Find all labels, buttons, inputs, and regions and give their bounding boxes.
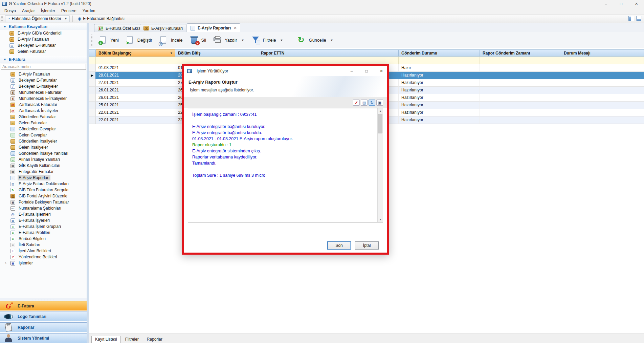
scroll-up-icon[interactable]: ▲ bbox=[378, 108, 383, 113]
filter-cell[interactable] bbox=[480, 57, 561, 64]
tab-earsiv-faturalari[interactable]: ✉ E-Arşiv Faturaları bbox=[140, 24, 186, 32]
clear-messages-icon[interactable]: ✗ bbox=[353, 100, 360, 106]
nav-panel-logo-tanimlari[interactable]: Logo Tanımları bbox=[0, 312, 87, 321]
tree-item[interactable]: Zarflanacak İrsaliyeler bbox=[0, 108, 87, 114]
tree-item[interactable]: Gelen Faturalar bbox=[0, 120, 87, 126]
tree-item[interactable]: Gelen İrsaliyeler bbox=[0, 144, 87, 150]
tree-item[interactable]: Entegratör Firmalar bbox=[0, 169, 87, 175]
tree-item[interactable]: Alınan İrsaliye Yanıtları bbox=[0, 156, 87, 163]
dialog-maximize-button[interactable]: □ bbox=[363, 69, 370, 73]
tree-item[interactable]: E-Fatura İşyerleri bbox=[0, 217, 87, 223]
tree-item[interactable]: Mühürlenecek E-İrsaliyeler bbox=[0, 95, 87, 102]
tree-item[interactable]: Bekleyen E-İrsaliyeler bbox=[0, 83, 87, 89]
tree-item[interactable]: E-Arşiv Raporları bbox=[0, 175, 87, 181]
dialog-titlebar[interactable]: İşlem Yürütülüyor – □ ✕ bbox=[184, 66, 387, 76]
tree-item[interactable]: İleti Satırları bbox=[0, 242, 87, 248]
tab-earsiv-raporlari[interactable]: ↓ E-Arşiv Raporları ✕ bbox=[187, 23, 240, 32]
column-header[interactable]: Bölüm Başlangıç▼ bbox=[96, 49, 175, 57]
filter-cell[interactable] bbox=[96, 57, 175, 64]
bottom-tab-kayit-listesi[interactable]: Kayıt Listesi bbox=[91, 336, 121, 343]
chevron-down-icon[interactable]: ▼ bbox=[330, 39, 333, 42]
bottom-tab-raporlar[interactable]: Raporlar bbox=[143, 336, 166, 343]
menu-i̇şlemler[interactable]: İşlemler bbox=[38, 8, 58, 14]
filter-cell[interactable] bbox=[561, 57, 644, 64]
tree-item[interactable]: Sürücü Bilgileri bbox=[0, 236, 87, 242]
nav-panel-efatura[interactable]: G E-Fatura bbox=[0, 301, 87, 311]
copy-messages-icon[interactable]: ▣ bbox=[376, 100, 383, 106]
bottom-tab-filtreler[interactable]: Filtreler bbox=[121, 336, 142, 343]
autoscroll-icon[interactable]: ↻ bbox=[369, 100, 375, 106]
dialog-close-button[interactable]: ✕ bbox=[378, 69, 384, 73]
shortcut-item[interactable]: Gelen Faturalar bbox=[0, 48, 87, 55]
window-layout-icon[interactable] bbox=[636, 16, 642, 21]
tree-item[interactable]: Zarflanacak Faturalar bbox=[0, 102, 87, 108]
shortcut-item[interactable]: E-Arşiv Faturaları bbox=[0, 36, 87, 42]
tree-item[interactable]: Gelen Cevaplar bbox=[0, 132, 87, 138]
print-button[interactable]: Yazdır ▼ bbox=[210, 35, 248, 46]
cancel-button[interactable]: İptal bbox=[355, 241, 379, 250]
menu-dosya[interactable]: Dosya bbox=[1, 8, 19, 14]
tree-item[interactable]: Gönderilen İrsaliyeler bbox=[0, 138, 87, 144]
tree-item[interactable]: GİB Kayıtlı Kullanıcıları bbox=[0, 163, 87, 169]
column-header[interactable]: Rapor ETTN bbox=[258, 49, 399, 57]
tree-item[interactable]: E-Arşiv Fatura Dokümanları bbox=[0, 181, 87, 187]
tree-item[interactable]: E-Fatura Profilleri bbox=[0, 230, 87, 236]
tree-item[interactable]: Gönderilen İrsaliye Yanıtları bbox=[0, 150, 87, 156]
tree-item[interactable]: Mühürlenecek Faturalar bbox=[0, 89, 87, 95]
filter-cell[interactable] bbox=[399, 57, 480, 64]
refresh-button[interactable]: ↻ Güncelle ▼ bbox=[294, 35, 337, 46]
tree-item[interactable]: Bekleyen E-Faturalar bbox=[0, 77, 87, 83]
filter-cell[interactable] bbox=[175, 57, 258, 64]
menu-araçlar[interactable]: Araçlar bbox=[19, 8, 38, 14]
edit-button[interactable]: ➤ Değiştir bbox=[123, 35, 156, 46]
shortcut-item[interactable]: E-Arşiv GİB'e Gönderildi bbox=[0, 30, 87, 36]
dialog-minimize-button[interactable]: – bbox=[349, 69, 355, 73]
log-scrollbar[interactable]: ▲ ▼ bbox=[377, 108, 383, 222]
efatura-section-header[interactable]: ▼ E-Fatura bbox=[0, 56, 87, 63]
toolbar-grip[interactable] bbox=[1, 16, 3, 21]
shortcuts-section-header[interactable]: ▼ Kullanıcı Kısayolları bbox=[0, 23, 87, 30]
menu-yardım[interactable]: Yardım bbox=[80, 8, 98, 14]
tree-item[interactable]: Gönderilen Faturalar bbox=[0, 114, 87, 120]
tree-item[interactable]: E-Fatura İşlem Grupları bbox=[0, 223, 87, 230]
tree-item[interactable]: Numaralama Şablonları bbox=[0, 205, 87, 211]
message-detail-icon[interactable]: ▤ bbox=[361, 100, 368, 106]
scrollbar-thumb[interactable] bbox=[378, 114, 382, 133]
delete-button[interactable]: ✕ Sil bbox=[187, 35, 210, 46]
tree-item[interactable]: E-Fatura İşlemleri bbox=[0, 211, 87, 217]
tab-close-icon[interactable]: ✕ bbox=[234, 26, 237, 30]
chevron-down-icon[interactable]: ▼ bbox=[64, 17, 67, 20]
column-header[interactable]: Gönderim Durumu bbox=[399, 49, 480, 57]
filter-button[interactable]: Filtrele ▼ bbox=[248, 35, 287, 46]
minimize-button[interactable]: – bbox=[598, 0, 614, 7]
menu-pencere[interactable]: Pencere bbox=[58, 8, 80, 14]
tree-item[interactable]: GİB Portal Arşivini Düzenle bbox=[0, 193, 87, 199]
column-header[interactable]: Durum Mesajı bbox=[561, 49, 644, 57]
shortcut-item[interactable]: Bekleyen E-Faturalar bbox=[0, 42, 87, 48]
panel-layout-icon[interactable] bbox=[628, 16, 634, 21]
scroll-down-icon[interactable]: ▼ bbox=[378, 217, 383, 222]
toolbar-grip[interactable] bbox=[91, 35, 92, 46]
efaturacim-connection-button[interactable]: ◉ E-Faturacım Bağlantısı bbox=[75, 15, 127, 22]
inspect-button[interactable]: ◎ İncele bbox=[156, 35, 187, 46]
column-header[interactable]: Bölüm Bitiş bbox=[175, 49, 258, 57]
column-header[interactable]: Rapor Gönderim Zamanı bbox=[480, 49, 561, 57]
tree-item[interactable]: Gönderilen Cevaplar bbox=[0, 126, 87, 132]
new-button[interactable]: + Yeni bbox=[96, 35, 123, 46]
nav-panel-raporlar[interactable]: Raporlar bbox=[0, 322, 87, 332]
tree-item[interactable]: Portalde Bekleyen Faturalar bbox=[0, 199, 87, 205]
filter-cell[interactable] bbox=[258, 57, 399, 64]
chevron-down-icon[interactable]: ▼ bbox=[280, 39, 283, 42]
finish-button[interactable]: Son bbox=[327, 241, 351, 250]
tree-item[interactable]: İçeri Alım Betikleri bbox=[0, 248, 87, 254]
tree-item[interactable]: GİB Tüm Faturaları Sorgula bbox=[0, 187, 87, 193]
nav-panel-sistem-yonetimi[interactable]: Sistem Yönetimi bbox=[0, 333, 87, 343]
reminder-dropdown-button[interactable]: ◔ Hatırlatma Öğelerini Göster ▼ bbox=[5, 15, 70, 22]
expand-chevron-icon[interactable]: › bbox=[3, 261, 8, 265]
maximize-button[interactable]: □ bbox=[614, 0, 629, 7]
search-input[interactable] bbox=[1, 64, 86, 70]
panel-splitter-handle[interactable]: • • • • • • • • bbox=[0, 298, 87, 301]
tree-item[interactable]: Yönlendirme Betikleri bbox=[0, 254, 87, 260]
chevron-down-icon[interactable]: ▼ bbox=[241, 39, 244, 42]
tree-item[interactable]: ›İşlemler bbox=[0, 260, 87, 266]
